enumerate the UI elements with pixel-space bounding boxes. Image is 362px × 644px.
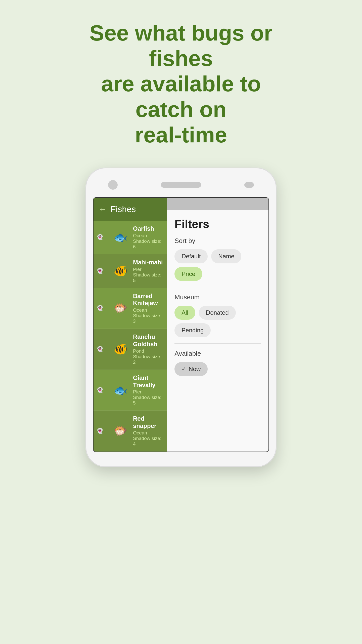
fish-name: Mahi-mahi: [133, 259, 164, 266]
fish-name: Barred Knifejaw: [133, 293, 164, 307]
filters-title: Filters: [174, 217, 261, 231]
sort-pills-row: DefaultNamePrice: [174, 249, 261, 281]
list-item[interactable]: 👻 🐠 Ranchu Goldfish Pond Shadow size: 2: [94, 329, 167, 370]
fish-image: 🐟: [110, 383, 130, 398]
filters-gray-bar: [167, 198, 268, 210]
checkmark-icon: ✓: [182, 366, 186, 372]
fish-image: 🐡: [110, 423, 130, 438]
fish-location: Pier: [133, 267, 164, 272]
fish-shadow: Shadow size: 2: [133, 354, 164, 365]
museum-pill-all[interactable]: All: [174, 306, 195, 320]
fish-name: Oarfish: [133, 225, 164, 232]
fish-info: Red snapper Ocean Shadow size: 4: [133, 415, 164, 447]
filter-divider-1: [174, 287, 261, 287]
fish-name: Giant Trevally: [133, 374, 164, 389]
phone-mockup: ← Fishes 👻 🐟 Oarfish Ocean Shadow size: …: [85, 168, 277, 467]
fish-list-header: ← Fishes: [94, 198, 167, 221]
fish-image: 🐠: [110, 342, 130, 357]
filters-content: Filters Sort by DefaultNamePrice Museum …: [167, 210, 268, 452]
sort-pill-name[interactable]: Name: [211, 249, 241, 263]
list-item[interactable]: 👻 🐡 Barred Knifejaw Ocean Shadow size: 3: [94, 288, 167, 329]
fish-shadow: Shadow size: 5: [133, 272, 164, 283]
fish-info: Ranchu Goldfish Pond Shadow size: 2: [133, 333, 164, 365]
available-label: Available: [174, 350, 261, 357]
fish-location: Pond: [133, 348, 164, 354]
fish-list-title: Fishes: [111, 204, 136, 214]
fish-shadow: Shadow size: 6: [133, 238, 164, 250]
fish-info: Mahi-mahi Pier Shadow size: 5: [133, 259, 164, 283]
available-section: Available ✓ Now: [174, 350, 261, 376]
headline-line3: real-time: [135, 122, 227, 147]
museum-pill-donated[interactable]: Donated: [199, 306, 236, 320]
list-item[interactable]: 👻 🐟 Oarfish Ocean Shadow size: 6: [94, 221, 167, 254]
museum-pill-pending[interactable]: Pending: [174, 323, 211, 337]
screen-content: ← Fishes 👻 🐟 Oarfish Ocean Shadow size: …: [94, 198, 268, 452]
phone-screen: ← Fishes 👻 🐟 Oarfish Ocean Shadow size: …: [93, 197, 269, 452]
back-button[interactable]: ←: [99, 205, 107, 214]
fish-name: Ranchu Goldfish: [133, 333, 164, 348]
filter-divider-2: [174, 343, 261, 344]
page-headline: See what bugs or fishes are available to…: [43, 0, 319, 163]
fish-name: Red snapper: [133, 415, 164, 430]
phone-sensor: [244, 182, 254, 188]
fish-info: Oarfish Ocean Shadow size: 6: [133, 225, 164, 250]
fish-status-icon: 👻: [97, 305, 103, 311]
phone-body: ← Fishes 👻 🐟 Oarfish Ocean Shadow size: …: [85, 168, 277, 467]
sort-pill-default[interactable]: Default: [174, 249, 208, 263]
museum-pills-row: AllDonatedPending: [174, 306, 261, 337]
phone-speaker: [161, 182, 201, 188]
sort-pill-price[interactable]: Price: [174, 267, 202, 281]
fish-shadow: Shadow size: 5: [133, 395, 164, 406]
list-item[interactable]: 👻 🐟 Giant Trevally Pier Shadow size: 5: [94, 370, 167, 411]
phone-camera: [108, 180, 118, 190]
list-item[interactable]: 👻 🐡 Red snapper Ocean Shadow size: 4: [94, 411, 167, 452]
fish-items-list: 👻 🐟 Oarfish Ocean Shadow size: 6 👻 🐠 Mah…: [94, 221, 167, 452]
fish-shadow: Shadow size: 3: [133, 313, 164, 324]
fish-list-panel: ← Fishes 👻 🐟 Oarfish Ocean Shadow size: …: [94, 198, 167, 452]
available-now-label: Now: [189, 366, 201, 373]
fish-shadow: Shadow size: 4: [133, 436, 164, 447]
fish-location: Pier: [133, 389, 164, 395]
list-item[interactable]: 👻 🐠 Mahi-mahi Pier Shadow size: 5: [94, 254, 167, 288]
filters-panel: Filters Sort by DefaultNamePrice Museum …: [167, 198, 268, 452]
fish-status-icon: 👻: [97, 234, 103, 240]
fish-image: 🐡: [110, 301, 130, 316]
fish-info: Giant Trevally Pier Shadow size: 5: [133, 374, 164, 406]
headline-line2: are available to catch on: [101, 71, 261, 122]
fish-location: Ocean: [133, 430, 164, 436]
fish-image: 🐠: [110, 263, 130, 278]
headline-line1: See what bugs or fishes: [89, 20, 273, 71]
fish-status-icon: 👻: [97, 428, 103, 434]
sort-by-label: Sort by: [174, 237, 261, 245]
fish-info: Barred Knifejaw Ocean Shadow size: 3: [133, 293, 164, 324]
fish-status-icon: 👻: [97, 346, 103, 352]
fish-status-icon: 👻: [97, 387, 103, 393]
fish-location: Ocean: [133, 233, 164, 238]
phone-top-bar: [93, 180, 269, 197]
museum-label: Museum: [174, 293, 261, 301]
fish-location: Ocean: [133, 307, 164, 313]
fish-status-icon: 👻: [97, 268, 103, 274]
available-now-button[interactable]: ✓ Now: [174, 362, 208, 376]
fish-image: 🐟: [110, 230, 130, 245]
